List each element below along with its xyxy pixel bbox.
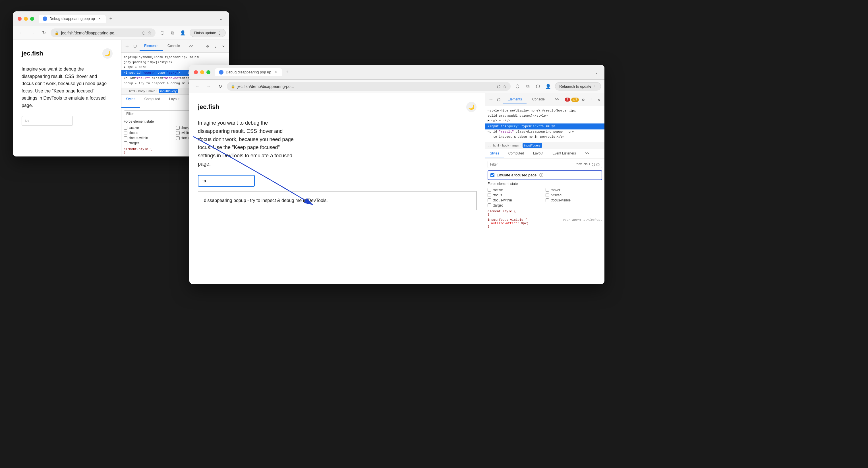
elements-tab-1[interactable]: Elements <box>140 41 163 51</box>
computed-tab-1[interactable]: Computed <box>140 95 165 108</box>
more-devtools-tabs-1[interactable]: >> <box>185 41 197 51</box>
target-state-1[interactable]: :target <box>124 141 175 145</box>
active-tab-2[interactable]: Debug disappearing pop up ✕ <box>215 68 282 76</box>
breadcrumb-main[interactable]: main <box>148 89 155 93</box>
focus-within-state-2[interactable]: :focus-within <box>488 198 545 202</box>
query-input-2[interactable] <box>198 175 255 187</box>
device-toggle-icon[interactable]: ⬡ <box>132 43 138 50</box>
relaunch-update-button[interactable]: Relaunch to update ⋮ <box>555 82 601 90</box>
breadcrumb-body-2[interactable]: body <box>502 144 509 147</box>
page-description-2: Imagine you want to debug the dissappear… <box>198 119 294 168</box>
dark-mode-button-1[interactable]: 🌙 <box>102 48 113 59</box>
star-icon-1[interactable]: ☆ <box>148 30 152 35</box>
more-devtools-tabs-2[interactable]: >> <box>551 95 563 104</box>
breadcrumb-html-2[interactable]: html <box>493 144 499 147</box>
active-tab-1[interactable]: Debug disappearing pop up ✕ <box>39 15 106 23</box>
event-listeners-tab-2[interactable]: Event Listeners <box>548 149 581 158</box>
star-icon-2[interactable]: ☆ <box>503 84 507 89</box>
visited-state-2[interactable]: :visited <box>546 193 602 197</box>
more-options-devtools-1[interactable]: ⋮ <box>212 43 219 50</box>
code-line-2-4-selected[interactable]: <input id="query" type="text"> == $0 <box>485 123 604 130</box>
input-wrapper-2 <box>198 175 476 187</box>
reload-button-2[interactable]: ↻ <box>216 82 225 91</box>
console-tab-1[interactable]: Console <box>163 41 185 51</box>
page-area-1: jec.fish 🌙 Imagine you want to debug the… <box>13 40 121 156</box>
reload-button-1[interactable]: ↻ <box>39 28 48 37</box>
console-tab-2[interactable]: Console <box>528 95 549 104</box>
more-options-devtools-2[interactable]: ⋮ <box>588 96 594 103</box>
active-state-2[interactable]: :active <box>488 188 545 192</box>
filter-tags-2: :hov .cls + ⬡ ⬡ <box>576 162 599 167</box>
new-tab-button-2[interactable]: + <box>283 68 291 76</box>
breadcrumb-input[interactable]: input#query <box>159 89 179 93</box>
profile-icon-1[interactable]: 👤 <box>178 28 187 37</box>
back-button-1[interactable]: ← <box>17 28 26 37</box>
filter-input-2[interactable] <box>490 163 576 167</box>
tab-close-1[interactable]: ✕ <box>97 17 102 21</box>
add-style-icon-2[interactable]: + <box>589 162 590 167</box>
back-button-2[interactable]: ← <box>193 82 202 91</box>
device-toggle-icon-2[interactable]: ⬡ <box>495 96 502 103</box>
hov-tag-2[interactable]: :hov <box>576 162 582 167</box>
focus-within-state-1[interactable]: :focus-within <box>124 136 175 140</box>
breadcrumb-sep-3: › <box>156 89 157 93</box>
help-icon[interactable]: ⓘ <box>539 173 543 178</box>
target-state-2[interactable]: :target <box>488 203 545 207</box>
close-button-2[interactable] <box>194 70 198 74</box>
cls-tag-2[interactable]: .cls <box>583 162 588 167</box>
elements-tab-2[interactable]: Elements <box>503 95 527 104</box>
extensions-icon-2[interactable]: ⬡ <box>533 82 542 91</box>
maximize-button-1[interactable] <box>30 17 34 21</box>
layout-tab-2[interactable]: Layout <box>529 149 548 158</box>
emulate-focused-checkbox[interactable] <box>490 173 494 177</box>
finish-update-button[interactable]: Finish update ⋮ <box>190 29 226 37</box>
extensions-icon-1[interactable]: ⬡ <box>158 28 167 37</box>
forward-button-1[interactable]: → <box>28 28 37 37</box>
dark-mode-button-2[interactable]: 🌙 <box>466 102 476 112</box>
breadcrumb-main-2[interactable]: main <box>512 144 519 147</box>
focus-state-1[interactable]: :focus <box>124 131 175 135</box>
state-grid-2: :active :hover :focus :visited :focus-wi… <box>488 188 602 207</box>
devtools-panel-2: ⊹ ⬡ Elements Console >> 2 ⚠3 ⚙ ⋮ ✕ <styl… <box>485 93 604 284</box>
split-icon-2[interactable]: ⧉ <box>523 82 532 91</box>
chevron-down-icon-2[interactable]: ⌄ <box>593 69 600 76</box>
forward-button-2[interactable]: → <box>204 82 213 91</box>
relaunch-update-label: Relaunch to update <box>559 84 591 88</box>
close-devtools-2[interactable]: ✕ <box>596 96 602 103</box>
settings-icon-1[interactable]: ⚙ <box>204 43 211 50</box>
styles-tab-1[interactable]: Styles <box>121 95 140 108</box>
maximize-button-2[interactable] <box>207 70 210 74</box>
active-state-1[interactable]: :active <box>124 126 175 130</box>
extra-icon-1[interactable]: ⬡ <box>592 162 595 167</box>
chevron-down-icon-1[interactable]: ⌄ <box>218 16 225 22</box>
new-tab-button-1[interactable]: + <box>107 15 115 23</box>
settings-icon-2[interactable]: ⚙ <box>580 96 587 103</box>
address-bar-2[interactable]: 🔒 jec.fish/demo/disappearing-po... ⬡ ☆ <box>227 82 510 91</box>
query-input-1[interactable] <box>22 116 73 126</box>
performance-icon-2[interactable]: ⬡ <box>513 82 522 91</box>
elements-select-icon-2[interactable]: ⊹ <box>488 96 494 103</box>
elements-select-icon[interactable]: ⊹ <box>124 43 130 50</box>
address-bar-1[interactable]: 🔒 jec.fish/demo/disappearing-po... ⬡ ☆ <box>51 28 156 37</box>
focus-state-2[interactable]: :focus <box>488 193 545 197</box>
minimize-button-1[interactable] <box>24 17 28 21</box>
split-icon-1[interactable]: ⧉ <box>168 28 177 37</box>
warning-badge-2: ⚠3 <box>571 97 579 102</box>
code-line-2-3: ► <p> ⇔ </p> <box>488 118 602 123</box>
computed-tab-2[interactable]: Computed <box>504 149 529 158</box>
hover-state-2[interactable]: :hover <box>546 188 602 192</box>
layout-tab-1[interactable]: Layout <box>165 95 184 108</box>
close-button-1[interactable] <box>18 17 22 21</box>
more-styles-tabs-2[interactable]: >> <box>581 149 594 158</box>
profile-icon-2[interactable]: 👤 <box>544 82 553 91</box>
extra-icon-2[interactable]: ⬡ <box>596 162 599 167</box>
focus-visible-state-2[interactable]: :focus-visible <box>546 198 602 202</box>
breadcrumb-body[interactable]: body <box>138 89 145 93</box>
minimize-button-2[interactable] <box>200 70 204 74</box>
tab-close-2[interactable]: ✕ <box>274 70 278 75</box>
breadcrumb-html[interactable]: html <box>129 89 135 93</box>
breadcrumb-input-2[interactable]: input#query <box>523 143 542 148</box>
tab-favicon-2 <box>219 70 223 75</box>
styles-tab-2[interactable]: Styles <box>485 149 504 158</box>
close-devtools-1[interactable]: ✕ <box>220 43 227 50</box>
